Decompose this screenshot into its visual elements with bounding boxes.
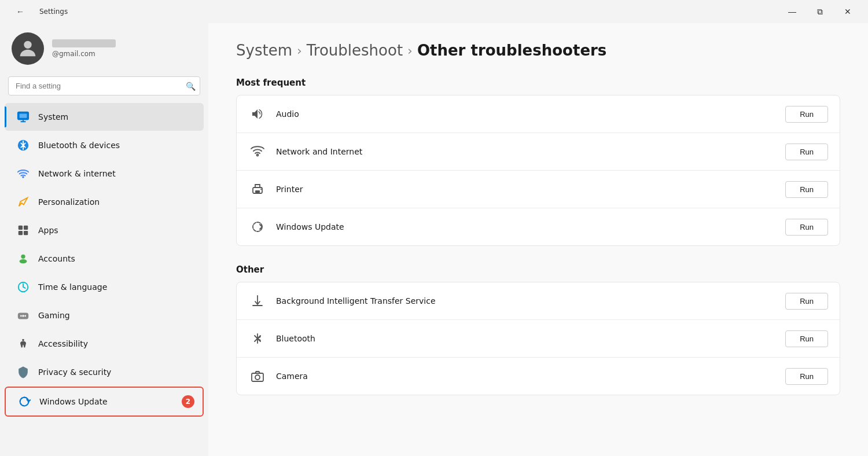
audio-run-button[interactable]: Run [785,106,828,123]
sidebar-item-bluetooth[interactable]: Bluetooth & devices [5,131,204,159]
sidebar-label-system: System [38,112,68,122]
camera-ts-name: Camera [276,372,776,381]
avatar [12,32,44,65]
troubleshooter-item-camera: CameraRun [237,358,840,395]
sidebar-item-accessibility[interactable]: Accessibility [5,330,204,358]
breadcrumb-current: Other troubleshooters [417,42,606,59]
sidebar-label-time: Time & language [38,282,107,292]
sidebar-label-network: Network & internet [38,169,116,178]
troubleshooter-item-printer: PrinterRun [237,171,840,208]
sidebar-label-personalization: Personalization [38,197,100,207]
sidebar-label-bluetooth: Bluetooth & devices [38,141,120,150]
svg-rect-5 [19,226,23,230]
troubleshooter-item-bits: Background Intelligent Transfer ServiceR… [237,282,840,320]
svg-point-17 [22,339,24,341]
windows-update-icon [17,395,31,409]
troubleshooter-item-audio: AudioRun [237,95,840,133]
printer-run-button[interactable]: Run [785,181,828,198]
windows-update-run-button[interactable]: Run [785,219,828,236]
system-icon [16,110,30,124]
breadcrumb-system[interactable]: System [236,42,292,59]
bluetooth-run-button[interactable]: Run [785,330,828,347]
printer-ts-icon [248,180,267,198]
bluetooth-icon [16,138,30,152]
window-controls: — ⧉ ✕ [779,2,861,21]
sidebar-label-accounts: Accounts [38,254,75,263]
svg-point-20 [260,189,262,190]
profile-name-blur [52,39,116,47]
sidebar-item-gaming[interactable]: Gaming [5,301,204,329]
troubleshooter-item-bluetooth: BluetoothRun [237,320,840,358]
svg-point-14 [24,315,26,317]
section-title-most-frequent: Most frequent [236,78,840,88]
svg-rect-3 [20,114,27,118]
svg-point-0 [24,41,31,49]
bluetooth-ts-name: Bluetooth [276,334,776,343]
main-content: System › Troubleshoot › Other troublesho… [208,23,868,456]
app-title: Settings [39,8,68,16]
sidebar-item-apps[interactable]: Apps [5,216,204,244]
sidebar-label-windows-update: Windows Update [39,397,108,406]
camera-ts-icon [248,367,267,385]
sidebar-item-time[interactable]: Time & language [5,273,204,301]
app-body: @gmail.com 🔍 SystemBluetooth & devicesNe… [0,23,868,456]
bluetooth-ts-icon [248,329,267,348]
sidebar-label-privacy: Privacy & security [38,367,111,377]
time-icon [16,280,30,294]
minimize-button[interactable]: — [779,2,806,21]
sidebar-label-gaming: Gaming [38,311,70,320]
personalization-icon [16,195,30,209]
network-internet-run-button[interactable]: Run [785,144,828,160]
svg-rect-6 [24,226,28,230]
update-badge: 2 [182,395,194,408]
sidebar-label-accessibility: Accessibility [38,339,88,348]
network-icon [16,167,30,181]
profile-section: @gmail.com [0,23,208,76]
restore-button[interactable]: ⧉ [807,2,833,21]
svg-rect-8 [24,231,28,235]
sidebar-label-apps: Apps [38,226,58,235]
accounts-icon [16,252,30,266]
camera-run-button[interactable]: Run [785,368,828,385]
svg-rect-16 [22,315,24,317]
accessibility-icon [16,337,30,351]
svg-point-9 [21,255,25,259]
sidebar-item-windows-update[interactable]: Windows Update2 [5,387,204,417]
troubleshooter-item-network-internet: Network and InternetRun [237,133,840,171]
network-internet-ts-name: Network and Internet [276,147,776,156]
section-title-other: Other [236,264,840,275]
windows-update-ts-icon [248,218,267,236]
svg-rect-21 [252,373,263,381]
sidebar-item-network[interactable]: Network & internet [5,160,204,187]
bits-run-button[interactable]: Run [785,293,828,310]
troubleshooter-list-other: Background Intelligent Transfer ServiceR… [236,282,840,395]
troubleshooter-item-windows-update: Windows UpdateRun [237,208,840,245]
titlebar: ← Settings — ⧉ ✕ [0,0,868,23]
search-input[interactable] [8,76,200,95]
sidebar-item-accounts[interactable]: Accounts [5,245,204,273]
windows-update-ts-name: Windows Update [276,222,776,231]
sections-container: Most frequentAudioRunNetwork and Interne… [236,78,840,395]
profile-email: @gmail.com [52,50,116,58]
breadcrumb-troubleshoot[interactable]: Troubleshoot [307,42,403,59]
apps-icon [16,223,30,237]
audio-ts-name: Audio [276,109,776,119]
profile-info: @gmail.com [52,39,116,58]
breadcrumb: System › Troubleshoot › Other troublesho… [236,42,840,59]
sidebar-item-privacy[interactable]: Privacy & security [5,358,204,386]
search-box: 🔍 [8,76,200,95]
sidebar-item-personalization[interactable]: Personalization [5,188,204,216]
search-icon[interactable]: 🔍 [186,82,196,91]
svg-rect-7 [19,231,23,235]
breadcrumb-sep-1: › [297,43,302,58]
sidebar: @gmail.com 🔍 SystemBluetooth & devicesNe… [0,23,208,456]
titlebar-left: ← Settings [7,2,68,21]
sidebar-item-system[interactable]: System [5,103,204,131]
close-button[interactable]: ✕ [834,2,861,21]
bits-ts-name: Background Intelligent Transfer Service [276,296,776,306]
gaming-icon [16,308,30,322]
back-button[interactable]: ← [7,2,34,21]
breadcrumb-sep-2: › [407,43,413,58]
svg-point-13 [20,315,22,317]
svg-rect-19 [255,190,260,193]
